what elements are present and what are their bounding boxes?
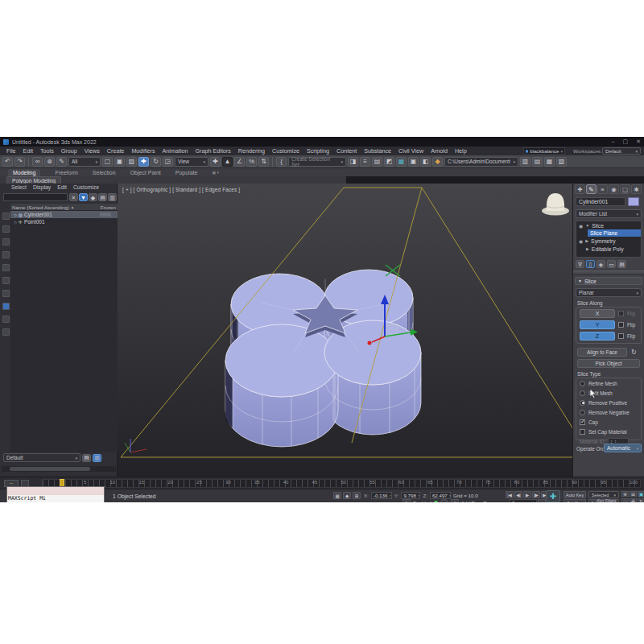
display-helpers-icon[interactable]	[2, 264, 10, 271]
remove-negative-radio[interactable]	[580, 410, 585, 415]
expand-arrow-icon[interactable]: ▼	[585, 223, 589, 228]
ribbon-tab-object-paint[interactable]: Object Paint	[130, 170, 161, 175]
display-spacewarps-icon[interactable]	[2, 277, 10, 284]
ribbon-tab-freeform[interactable]: Freeform	[55, 170, 77, 175]
explorer-pin-icon[interactable]: ▤	[82, 454, 91, 462]
close-button[interactable]: ✕	[636, 138, 641, 145]
explorer-preset-dropdown[interactable]: Default	[3, 453, 80, 462]
expand-icon[interactable]: ◇	[14, 220, 17, 225]
select-region-icon[interactable]: ▨	[126, 157, 137, 167]
slice-plane-type-dropdown[interactable]: Planar	[576, 288, 642, 297]
explorer-row-cylinder001[interactable]: ◇ ◍ Cylinder001	[10, 211, 118, 218]
explorer-dock-icon[interactable]: ▥	[93, 454, 101, 462]
flip-y-checkbox[interactable]	[618, 322, 624, 328]
visibility-eye-icon[interactable]: ◉	[579, 238, 583, 244]
x-coordinate-field[interactable]: -0.136↕	[371, 492, 392, 499]
orbit-icon[interactable]: ↻	[638, 498, 644, 502]
menu-item[interactable]: Rendering	[238, 147, 265, 155]
pin-stack-icon[interactable]: ∇	[576, 260, 584, 268]
filter-icon[interactable]: ▼	[79, 193, 88, 201]
explorer-settings-icon[interactable]: ▤	[98, 193, 107, 201]
display-lights-icon[interactable]	[2, 238, 10, 246]
adaptive-degradation-icon[interactable]: ◔	[440, 499, 448, 502]
previous-frame-icon[interactable]: ◀|	[514, 491, 522, 498]
next-frame-icon[interactable]: |▶	[532, 491, 540, 498]
play-icon[interactable]: ▶	[523, 491, 531, 498]
set-keys-button[interactable]: ✚	[546, 490, 560, 502]
use-pivot-icon[interactable]: ✚	[210, 157, 221, 167]
percent-snap-icon[interactable]: %	[246, 157, 257, 167]
mirror-icon[interactable]: ◨	[348, 157, 358, 167]
minimize-button[interactable]: –	[612, 138, 615, 145]
snap-toggle-icon[interactable]: ▲	[222, 157, 233, 167]
visibility-eye-icon[interactable]: ◉	[579, 223, 583, 229]
pan-icon[interactable]: ✜	[630, 498, 637, 502]
stack-row-slice-plane[interactable]: Slice Plane	[588, 229, 641, 237]
display-shapes-icon[interactable]	[2, 225, 10, 233]
viewport-canvas[interactable]	[118, 184, 572, 477]
asset-tracking-icon[interactable]: ▧	[556, 157, 567, 167]
display-containers-icon[interactable]	[2, 328, 10, 336]
key-mode-icon[interactable]: ✦	[538, 499, 546, 502]
explorer-menu-item[interactable]: Display	[33, 184, 51, 190]
auto-key-button[interactable]: Auto Key	[564, 491, 586, 498]
explorer-menu-item[interactable]: Edit	[57, 184, 67, 190]
flip-z-checkbox[interactable]	[618, 333, 624, 339]
explorer-hscrollbar[interactable]	[2, 466, 116, 472]
split-mesh-radio[interactable]	[580, 390, 585, 396]
listener-script-line[interactable]: MAXScript Mi	[7, 495, 104, 502]
expand-icon[interactable]: ◇	[14, 213, 17, 217]
cap-checkbox[interactable]	[580, 419, 585, 425]
collapse-arrow-icon[interactable]: ▶	[586, 246, 589, 251]
export-asset-icon[interactable]: ▤	[532, 157, 543, 167]
align-icon[interactable]: ≡	[360, 157, 370, 167]
maxscript-mini-listener[interactable]: MAXScript Mi	[6, 486, 105, 502]
select-link-icon[interactable]: ∞	[32, 157, 43, 167]
display-xrefs-icon[interactable]	[2, 303, 10, 310]
lock-icon[interactable]: ◆	[89, 193, 97, 201]
menu-item[interactable]: Civil View	[398, 147, 423, 155]
graph-editors-icon[interactable]: ◩	[384, 157, 394, 167]
modify-tab-icon[interactable]: ✎	[586, 184, 597, 194]
undo-icon[interactable]: ↶	[2, 157, 13, 167]
utilities-tab-icon[interactable]: ✱	[631, 184, 642, 194]
red-axis-handle[interactable]	[368, 341, 372, 345]
absolute-mode-icon[interactable]: ⊞	[353, 492, 361, 499]
slice-rollout-header[interactable]: ▼ Slice	[575, 277, 642, 285]
ribbon-tab-modeling[interactable]: Modeling	[8, 169, 40, 176]
refine-mesh-radio[interactable]	[580, 381, 585, 386]
explorer-menu-item[interactable]: Select	[11, 184, 27, 190]
flip-x-checkbox[interactable]	[618, 311, 624, 316]
frame-mode-icon[interactable]: ∘	[506, 500, 509, 502]
set-key-button[interactable]: Set Key	[564, 499, 586, 502]
z-coordinate-field[interactable]: 62.497↕	[430, 492, 451, 499]
display-groups-icon[interactable]	[2, 290, 10, 297]
isolate-toggle-icon[interactable]: ✎	[402, 499, 411, 502]
y-coordinate-field[interactable]: 9.798↕	[401, 492, 420, 499]
selection-lock-icon[interactable]: ▦	[333, 492, 341, 499]
select-by-name-icon[interactable]: ▣	[114, 157, 125, 167]
refresh-align-icon[interactable]: ↻	[631, 349, 637, 356]
frozen-column-header[interactable]: Frozen	[101, 204, 116, 210]
panel-divider[interactable]	[573, 270, 644, 275]
ribbon-tab-populate[interactable]: Populate	[175, 170, 198, 175]
rendered-frame-icon[interactable]: ◧	[420, 157, 431, 167]
menu-item[interactable]: Content	[336, 147, 357, 155]
slice-axis-z-button[interactable]: Z	[580, 332, 615, 341]
character-icon[interactable]: ⟆	[588, 499, 597, 502]
material-editor-icon[interactable]: ▦	[396, 157, 407, 167]
menu-item[interactable]: File	[6, 147, 16, 155]
menu-item[interactable]: Customize	[272, 147, 299, 155]
display-bones-icon[interactable]	[2, 316, 10, 323]
display-tab-icon[interactable]: ▢	[620, 184, 630, 194]
pick-object-button[interactable]: Pick Object	[577, 359, 640, 368]
create-tab-icon[interactable]: ✚	[575, 184, 585, 194]
create-selection-set-input[interactable]: Create Selection Set	[288, 157, 346, 167]
asset-library-icon[interactable]: ▦	[544, 157, 555, 167]
zoom-icon[interactable]: ⊕	[621, 491, 629, 497]
add-time-tag-label[interactable]: Add Time Tag	[461, 500, 492, 502]
explorer-column-header[interactable]: Name (Sorted Ascending) ▲ Frozen	[10, 204, 118, 211]
menu-item[interactable]: Modifiers	[131, 147, 155, 155]
explorer-search-input[interactable]	[3, 193, 68, 201]
remove-modifier-icon[interactable]: ▭	[607, 260, 616, 268]
